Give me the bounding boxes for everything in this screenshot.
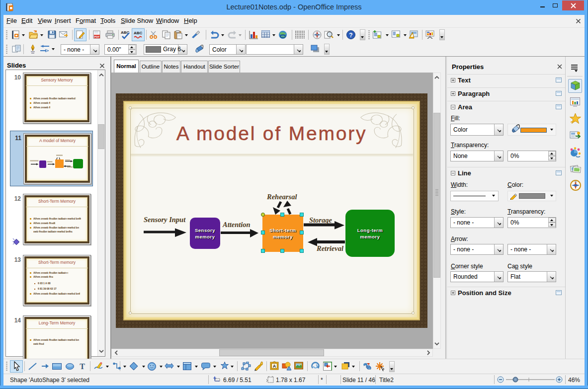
svg-text:ABC: ABC — [134, 31, 143, 35]
svg-text:T: T — [80, 362, 85, 370]
svg-text:N: N — [575, 180, 577, 183]
svg-text:A: A — [273, 364, 276, 369]
svg-text:PDF: PDF — [94, 35, 100, 38]
svg-text:?: ? — [349, 32, 352, 39]
